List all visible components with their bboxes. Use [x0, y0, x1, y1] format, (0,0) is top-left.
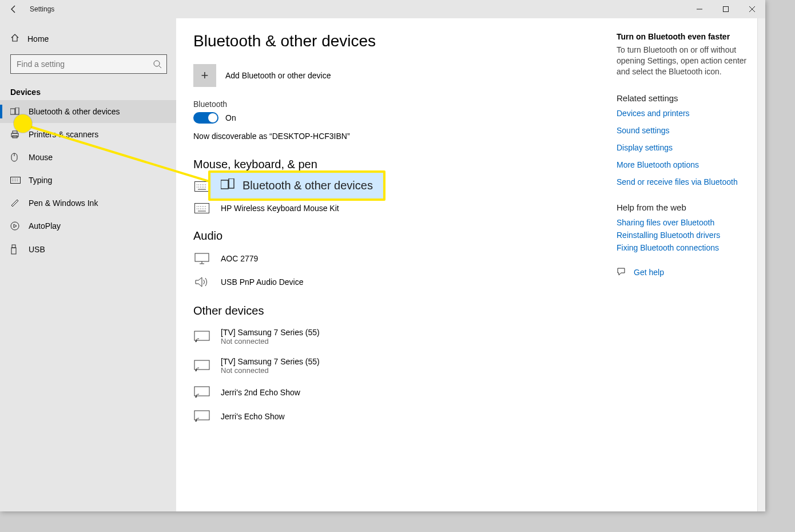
svg-rect-15 [12, 245, 15, 248]
device-row[interactable]: Jerri's 2nd Echo Show [193, 380, 594, 404]
link-fixing[interactable]: Fixing Bluetooth connections [617, 243, 747, 252]
minimize-button[interactable] [686, 0, 713, 18]
link-reinstall[interactable]: Reinstalling Bluetooth drivers [617, 231, 747, 240]
home-label: Home [27, 34, 49, 43]
mouse-icon [10, 153, 21, 162]
device-name: HP Wireless Keyboard Mouse Kit [221, 204, 339, 213]
get-help-row[interactable]: Get help [617, 267, 747, 278]
device-name: AOC 2779 [221, 254, 258, 263]
svg-point-29 [196, 341, 197, 342]
devices-icon [221, 178, 234, 193]
bt-section-label: Bluetooth [193, 100, 594, 109]
nav-usb[interactable]: USB [0, 237, 176, 261]
device-row[interactable]: Jerri's Echo Show [193, 404, 594, 428]
bt-toggle[interactable] [193, 112, 218, 124]
device-name: USB PnP Audio Device [221, 277, 304, 287]
nav-pen[interactable]: Pen & Windows Ink [0, 192, 176, 215]
window-title: Settings [30, 5, 54, 13]
svg-rect-21 [195, 204, 209, 213]
monitor-icon [193, 253, 210, 264]
home-icon [10, 33, 19, 44]
add-device-row[interactable]: + Add Bluetooth or other device [193, 64, 594, 87]
add-icon[interactable]: + [193, 64, 216, 87]
group-other: Other devices [193, 304, 594, 317]
group-audio: Audio [193, 229, 594, 243]
link-more-bt[interactable]: More Bluetooth options [617, 160, 747, 169]
titlebar: Settings [0, 0, 765, 18]
svg-rect-7 [13, 131, 17, 133]
link-sound[interactable]: Sound settings [617, 126, 747, 135]
svg-rect-4 [10, 109, 15, 114]
svg-point-33 [196, 396, 197, 398]
nav-label: AutoPlay [29, 221, 61, 231]
device-row[interactable]: USB PnP Audio Device [193, 270, 594, 294]
page-title: Bluetooth & other devices [193, 32, 594, 50]
device-row[interactable]: [TV] Samsung 7 Series (55)Not connected [193, 322, 594, 351]
svg-point-31 [196, 370, 197, 371]
category-label: Devices [0, 80, 176, 100]
nav-label: Pen & Windows Ink [29, 198, 98, 208]
callout-label: Bluetooth & other devices [243, 179, 373, 192]
nav-mouse[interactable]: Mouse [0, 146, 176, 169]
svg-rect-1 [724, 7, 729, 12]
devices-icon [10, 108, 21, 116]
add-label: Add Bluetooth or other device [225, 71, 331, 80]
link-display[interactable]: Display settings [617, 143, 747, 152]
maximize-button[interactable] [713, 0, 739, 18]
miracast-icon [193, 360, 210, 372]
group-mk: Mouse, keyboard, & pen [193, 158, 594, 171]
miracast-icon [193, 386, 210, 399]
device-name: Jerri's Echo Show [221, 412, 285, 421]
svg-point-35 [196, 420, 197, 422]
miracast-icon [193, 331, 210, 343]
usb-icon [10, 244, 21, 255]
miracast-icon [193, 410, 210, 423]
main-area: Bluetooth & other devices + Add Bluetoot… [176, 18, 765, 511]
back-button[interactable] [8, 3, 19, 15]
settings-window: Settings Home De [0, 0, 765, 511]
device-status: Not connected [221, 337, 320, 346]
svg-rect-17 [195, 182, 209, 192]
svg-rect-36 [221, 180, 228, 189]
keyboard-icon [10, 177, 21, 184]
related-title: Related settings [617, 93, 747, 103]
device-status: Not connected [221, 366, 320, 375]
link-send-files[interactable]: Send or receive files via Bluetooth [617, 177, 747, 186]
svg-rect-16 [11, 248, 16, 254]
discoverable-text: Now discoverable as “DESKTOP-HCF3IBN” [193, 132, 594, 141]
svg-rect-37 [229, 178, 234, 188]
close-button[interactable] [739, 0, 765, 18]
link-devices-printers[interactable]: Devices and printers [617, 109, 747, 118]
svg-rect-25 [195, 253, 209, 261]
home-nav[interactable]: Home [0, 29, 176, 49]
nav-label: USB [29, 245, 45, 254]
right-column: Turn on Bluetooth even faster To turn Bl… [611, 18, 757, 511]
search-input-wrap[interactable] [10, 54, 167, 74]
svg-point-2 [154, 61, 160, 66]
search-input[interactable] [11, 59, 166, 69]
bt-toggle-state: On [225, 113, 236, 122]
link-sharing[interactable]: Sharing files over Bluetooth [617, 218, 747, 227]
autoplay-icon [10, 221, 21, 231]
scrollbar[interactable] [757, 18, 765, 511]
device-name: [TV] Samsung 7 Series (55) [221, 328, 320, 337]
device-row[interactable]: [TV] Samsung 7 Series (55)Not connected [193, 351, 594, 380]
svg-rect-11 [11, 177, 21, 184]
nav-label: Bluetooth & other devices [29, 107, 120, 116]
callout-box: Bluetooth & other devices [208, 170, 385, 201]
get-help-link[interactable]: Get help [634, 268, 664, 277]
device-row[interactable]: AOC 2779 [193, 247, 594, 270]
nav-typing[interactable]: Typing [0, 169, 176, 192]
chat-icon [617, 267, 626, 278]
svg-rect-5 [15, 108, 19, 114]
nav-label: Typing [29, 176, 52, 185]
search-icon [153, 59, 162, 71]
callout-marker [14, 114, 32, 133]
nav-label: Mouse [29, 153, 53, 162]
device-name: [TV] Samsung 7 Series (55) [221, 357, 320, 366]
tip-title: Turn on Bluetooth even faster [617, 32, 747, 41]
help-title: Help from the web [617, 203, 747, 212]
tip-body: To turn Bluetooth on or off without open… [617, 45, 747, 77]
nav-autoplay[interactable]: AutoPlay [0, 215, 176, 237]
speaker-icon [193, 276, 210, 288]
